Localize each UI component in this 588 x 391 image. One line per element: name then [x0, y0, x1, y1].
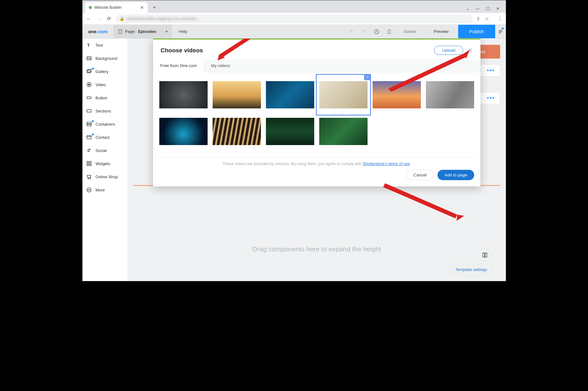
sidebar-item-widgets[interactable]: Widgets: [82, 157, 128, 170]
video-thumbnail[interactable]: [319, 118, 368, 145]
text-icon: T: [86, 42, 92, 48]
publish-button[interactable]: Publish: [458, 25, 495, 38]
sidebar-item-label: Widgets: [96, 161, 110, 166]
svg-rect-0: [119, 30, 121, 34]
sidebar-item-video[interactable]: Video: [82, 78, 128, 91]
video-thumbnail[interactable]: [266, 81, 314, 108]
contact-icon: [86, 134, 92, 140]
tab-my-videos[interactable]: My videos: [204, 59, 237, 72]
video-thumbnail[interactable]: [373, 81, 421, 108]
svg-point-21: [89, 190, 89, 190]
video-thumbnail[interactable]: [159, 118, 208, 145]
back-icon[interactable]: ←: [86, 16, 93, 22]
drop-zone-text: Drag components here to expand the heigh…: [134, 245, 500, 253]
bookmark-icon[interactable]: ☆: [485, 16, 489, 22]
video-thumbnail[interactable]: [213, 81, 261, 108]
cancel-button[interactable]: Cancel: [406, 170, 434, 180]
svg-rect-23: [483, 253, 485, 257]
svg-rect-9: [87, 110, 91, 112]
history-icon[interactable]: [370, 25, 383, 38]
containers-icon: [86, 121, 92, 127]
modal-close-icon[interactable]: ✕: [468, 47, 473, 54]
reload-icon[interactable]: ⟳: [106, 16, 113, 22]
sidebar-item-background[interactable]: Background: [82, 52, 128, 65]
svg-rect-13: [87, 161, 88, 163]
window-maximize-icon[interactable]: ☐: [486, 6, 490, 11]
sidebar-item-more[interactable]: More: [82, 183, 128, 196]
sidebar-item-sections[interactable]: Sections: [82, 104, 128, 117]
video-thumbnail[interactable]: [266, 118, 314, 145]
sidebar-item-label: Background: [96, 56, 117, 61]
settings-icon[interactable]: [495, 25, 506, 38]
tab-favicon: [89, 6, 92, 9]
svg-rect-8: [87, 97, 91, 99]
browser-address-bar: ← → ⟳ 🔒 websitebuilder.staging.one.com/e…: [82, 13, 506, 25]
sections-icon: [86, 108, 92, 114]
app-toolbar: one.com Page: Episodes ▾ Help ↶ ↷ Saved …: [82, 25, 506, 39]
video-thumbnail[interactable]: [159, 81, 208, 108]
saved-status: Saved: [395, 25, 424, 38]
page-label: Page:: [125, 29, 136, 34]
footer-note: These videos are provided by onecom. By …: [159, 162, 474, 166]
svg-rect-12: [87, 136, 91, 139]
sidebar-item-label: Button: [96, 96, 108, 100]
more-icon: [86, 187, 92, 193]
browser-tab[interactable]: Website Builder ✕: [85, 2, 148, 13]
svg-point-18: [90, 178, 90, 179]
sidebar-item-containers[interactable]: Containers: [82, 117, 128, 131]
background-icon: [86, 55, 92, 61]
video-thumbnail[interactable]: [213, 118, 261, 145]
logo-text-b: .com: [97, 29, 108, 34]
modal-title: Choose videos: [161, 47, 203, 54]
sidebar-item-social[interactable]: Social: [82, 144, 128, 157]
tab-close-icon[interactable]: ✕: [140, 5, 144, 10]
sidebar-item-contact[interactable]: Contact: [82, 131, 128, 144]
browser-tab-strip: Website Builder ✕ + ⌄ — ☐ ✕: [82, 0, 506, 13]
video-thumbnail[interactable]: [426, 81, 474, 108]
browser-menu-icon[interactable]: ⋮: [498, 16, 503, 22]
sidebar-item-online-shop[interactable]: Online Shop: [82, 170, 128, 183]
forward-icon[interactable]: →: [96, 16, 103, 22]
terms-link[interactable]: Shutterstock's terms of use: [363, 162, 410, 166]
sidebar-item-label: Sections: [96, 109, 111, 113]
sidebar-item-label: More: [96, 188, 105, 192]
logo[interactable]: one.com: [82, 25, 114, 38]
share-icon[interactable]: ⇪: [476, 16, 480, 22]
components-sidebar: TTextBackgroundGalleryVideoButtonSection…: [82, 39, 128, 281]
window-close-icon[interactable]: ✕: [496, 6, 500, 11]
page-name: Episodes: [138, 29, 156, 34]
window-minimize-icon[interactable]: —: [476, 6, 480, 11]
tab-free-videos[interactable]: Free from One.com: [153, 59, 204, 72]
new-tab-button[interactable]: +: [150, 3, 159, 12]
svg-rect-10: [87, 122, 91, 124]
video-thumbnail[interactable]: ✓: [319, 81, 368, 108]
svg-point-22: [90, 190, 90, 190]
redo-icon[interactable]: ↷: [358, 25, 370, 38]
help-menu[interactable]: Help: [172, 25, 194, 38]
sidebar-item-label: Online Shop: [96, 175, 118, 179]
editor-canvas: und ••• ••• Drag components here to expa…: [128, 39, 506, 281]
social-icon: [86, 148, 92, 153]
video-icon: [86, 82, 92, 87]
preview-button[interactable]: Preview: [424, 25, 458, 38]
page-selector[interactable]: Page: Episodes ▾: [114, 25, 172, 38]
svg-rect-24: [485, 253, 487, 257]
window-dropdown-icon[interactable]: ⌄: [466, 6, 469, 11]
template-settings-button[interactable]: Template settings: [449, 264, 493, 275]
tab-title: Website Builder: [94, 5, 138, 10]
upload-button[interactable]: Upload: [434, 46, 463, 55]
add-to-page-button[interactable]: Add to page: [437, 170, 474, 180]
sidebar-item-gallery[interactable]: Gallery: [82, 65, 128, 78]
sidebar-item-text[interactable]: TText: [82, 39, 128, 52]
sidebar-item-label: Gallery: [96, 69, 109, 74]
palette-button[interactable]: [478, 248, 491, 262]
undo-icon[interactable]: ↶: [345, 25, 358, 38]
check-icon: ✓: [364, 74, 371, 80]
address-input[interactable]: 🔒 websitebuilder.staging.one.com/edi...: [116, 14, 473, 23]
modal-tabs: Free from One.com My videos: [153, 59, 480, 72]
logo-text-a: one: [88, 29, 97, 34]
video-thumbnails: ✓: [153, 72, 480, 157]
device-icon[interactable]: [383, 25, 395, 38]
sidebar-item-button[interactable]: Button: [82, 91, 128, 104]
sidebar-item-label: Video: [96, 82, 106, 87]
